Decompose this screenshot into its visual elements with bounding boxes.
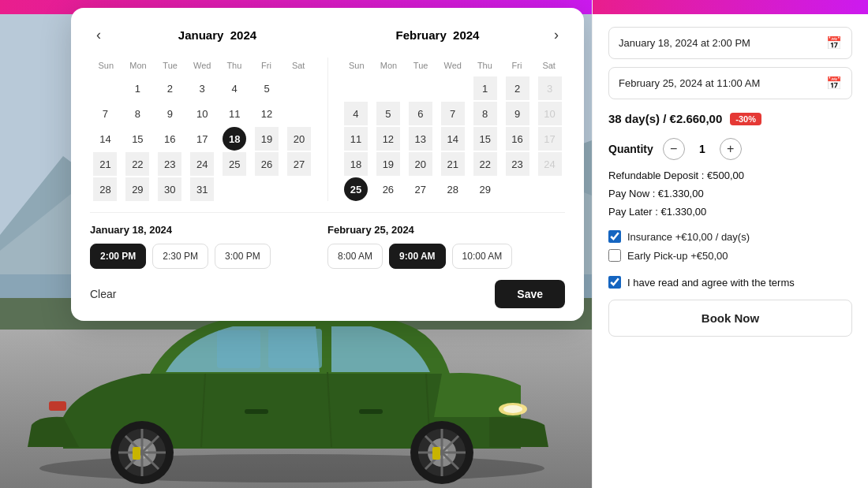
early-pickup-label: Early Pick-up +€50,00 (627, 250, 728, 262)
jan-day-26[interactable]: 26 (255, 152, 279, 176)
jan-day-23[interactable]: 23 (158, 152, 181, 176)
feb-day-26[interactable]: 26 (376, 177, 400, 201)
jan-day-29[interactable]: 29 (125, 177, 149, 201)
jan-time-300pm[interactable]: 3:00 PM (215, 244, 271, 269)
start-date-row[interactable]: January 18, 2024 at 2:00 PM 📅 (608, 27, 852, 59)
feb-day-23[interactable]: 23 (506, 152, 529, 176)
jan-day-10[interactable]: 10 (190, 102, 214, 125)
feb-day-9[interactable]: 9 (506, 102, 529, 125)
clear-button[interactable]: Clear (90, 288, 116, 300)
jan-day-16[interactable]: 16 (158, 127, 181, 151)
jan-day-18[interactable]: 18 (223, 127, 246, 151)
feb-day-4[interactable]: 4 (344, 102, 368, 125)
feb-day-13[interactable]: 13 (409, 127, 432, 151)
insurance-option-row: Insurance +€10,00 / day(s) (608, 230, 852, 243)
jan-day-12[interactable]: 12 (255, 102, 279, 125)
terms-checkbox[interactable] (608, 276, 621, 289)
quantity-increase-button[interactable]: + (720, 138, 742, 160)
save-button[interactable]: Save (495, 280, 565, 308)
jan-day-17[interactable]: 17 (190, 127, 214, 151)
feb-day-11[interactable]: 11 (344, 127, 368, 151)
feb-day-2[interactable]: 2 (506, 76, 529, 100)
book-now-button[interactable]: Book Now (608, 300, 852, 337)
next-month-button[interactable]: › (548, 24, 565, 47)
feb-day-22[interactable]: 22 (473, 152, 497, 176)
feb-day-20[interactable]: 20 (409, 152, 432, 176)
jan-day-7[interactable]: 7 (93, 102, 117, 125)
jan-day-25[interactable]: 25 (223, 152, 246, 176)
jan-day-21[interactable]: 21 (93, 152, 117, 176)
jan-day-22[interactable]: 22 (125, 152, 149, 176)
sat-header: Sat (282, 58, 315, 73)
jan-days-grid: 1 2 3 4 5 7 8 9 10 11 12 14 15 (90, 76, 315, 201)
feb-day-1[interactable]: 1 (473, 76, 497, 100)
early-pickup-checkbox[interactable] (608, 249, 621, 262)
jan-month-label: January (178, 28, 224, 42)
jan-day-5[interactable]: 5 (255, 76, 279, 100)
jan-day-28[interactable]: 28 (93, 177, 117, 201)
right-top-bar (593, 0, 868, 14)
mon-header: Mon (122, 58, 155, 73)
feb-day-16[interactable]: 16 (506, 127, 529, 151)
options-section: Insurance +€10,00 / day(s) Early Pick-up… (608, 230, 852, 268)
feb-day-12[interactable]: 12 (376, 127, 400, 151)
feb-day-15[interactable]: 15 (473, 127, 497, 151)
calendars-container: Sun Mon Tue Wed Thu Fri Sat 1 2 3 4 5 (90, 58, 565, 201)
jan-day-11[interactable]: 11 (223, 102, 246, 125)
jan-time-230pm[interactable]: 2:30 PM (152, 244, 208, 269)
feb-day-7[interactable]: 7 (441, 102, 465, 125)
jan-day-24[interactable]: 24 (190, 152, 214, 176)
jan-time-200pm[interactable]: 2:00 PM (90, 244, 146, 269)
feb-empty-2 (376, 76, 400, 100)
feb-time-1000am[interactable]: 10:00 AM (452, 244, 513, 269)
jan-day-14[interactable]: 14 (93, 127, 117, 151)
feb-day-21[interactable]: 21 (441, 152, 465, 176)
jan-time-col: January 18, 2024 2:00 PM 2:30 PM 3:00 PM (90, 224, 327, 269)
jan-day-30[interactable]: 30 (158, 177, 181, 201)
feb-day-5[interactable]: 5 (376, 102, 400, 125)
feb-time-slots: 8:00 AM 9:00 AM 10:00 AM (327, 244, 565, 269)
jan-day-19[interactable]: 19 (255, 127, 279, 151)
feb-empty-1 (344, 76, 368, 100)
svg-rect-12 (359, 409, 383, 414)
feb-day-18[interactable]: 18 (344, 152, 368, 176)
feb-day-28[interactable]: 28 (441, 177, 465, 201)
quantity-decrease-button[interactable]: − (663, 138, 685, 160)
prev-month-button[interactable]: ‹ (90, 24, 107, 47)
feb-day-14[interactable]: 14 (441, 127, 465, 151)
feb-fri-header: Fri (501, 58, 533, 73)
feb-empty-6 (538, 177, 562, 201)
feb-day-25[interactable]: 25 (344, 177, 368, 201)
jan-day-2[interactable]: 2 (158, 76, 181, 100)
jan-day-3[interactable]: 3 (190, 76, 214, 100)
svg-rect-15 (49, 401, 66, 411)
end-date-row[interactable]: February 25, 2024 at 11:00 AM 📅 (608, 67, 852, 99)
feb-wed-header: Wed (436, 58, 469, 73)
jan-day-31[interactable]: 31 (190, 177, 214, 201)
jan-day-4[interactable]: 4 (223, 76, 246, 100)
jan-day-1[interactable]: 1 (125, 76, 149, 100)
end-date-calendar-icon: 📅 (826, 76, 842, 91)
jan-day-9[interactable]: 9 (158, 102, 181, 125)
jan-day-15[interactable]: 15 (125, 127, 149, 151)
duration-price-text: 38 day(s) / €2.660,00 (608, 112, 722, 125)
early-pickup-option-row: Early Pick-up +€50,00 (608, 249, 852, 262)
svg-rect-6 (217, 330, 260, 368)
feb-time-800am[interactable]: 8:00 AM (327, 244, 383, 269)
jan-day-27[interactable]: 27 (287, 152, 311, 176)
feb-day-17[interactable]: 17 (538, 127, 562, 151)
feb-day-10[interactable]: 10 (538, 102, 562, 125)
feb-day-6[interactable]: 6 (409, 102, 432, 125)
feb-day-27[interactable]: 27 (409, 177, 432, 201)
jan-day-20[interactable]: 20 (287, 127, 311, 151)
feb-time-900am[interactable]: 9:00 AM (389, 244, 446, 269)
insurance-checkbox[interactable] (608, 230, 621, 243)
feb-day-29[interactable]: 29 (473, 177, 497, 201)
feb-day-24[interactable]: 24 (538, 152, 562, 176)
feb-day-8[interactable]: 8 (473, 102, 497, 125)
svg-point-14 (503, 405, 522, 413)
feb-day-19[interactable]: 19 (376, 152, 400, 176)
jan-day-8[interactable]: 8 (125, 102, 149, 125)
quantity-value: 1 (694, 143, 710, 155)
feb-day-3[interactable]: 3 (538, 76, 562, 100)
